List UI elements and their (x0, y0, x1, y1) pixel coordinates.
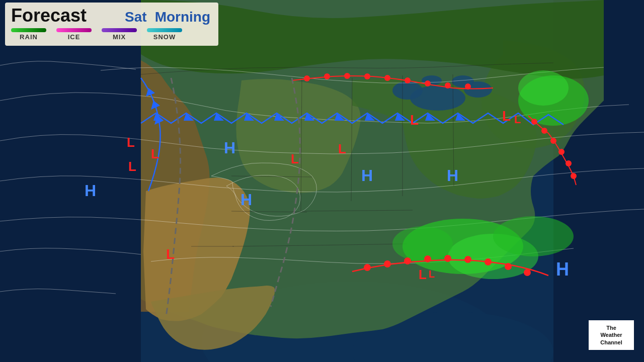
ice-bar (56, 28, 92, 32)
svg-point-52 (425, 80, 431, 86)
svg-text:L: L (429, 268, 435, 280)
ice-label: ICE (68, 33, 80, 41)
morning-label: Morning (155, 9, 210, 25)
svg-text:H: H (224, 139, 235, 157)
svg-point-57 (550, 138, 556, 144)
svg-point-56 (541, 128, 547, 134)
snow-bar (147, 28, 182, 32)
svg-point-6 (392, 81, 423, 100)
svg-point-47 (324, 73, 330, 79)
svg-text:L: L (291, 151, 299, 166)
legend-item-rain: RAIN (11, 28, 46, 41)
svg-point-48 (344, 73, 350, 79)
svg-text:L: L (127, 135, 135, 150)
svg-point-43 (485, 258, 492, 265)
svg-point-25 (392, 226, 453, 261)
sat-label: Sat (125, 9, 147, 25)
mix-bar (102, 28, 137, 32)
twc-logo-text: The Weather Channel (594, 324, 629, 346)
svg-point-40 (424, 255, 431, 262)
svg-text:L: L (338, 141, 346, 156)
svg-point-41 (444, 255, 451, 262)
weather-map: H H H H H H L L L L L L L L L L L (0, 0, 644, 362)
svg-text:L: L (410, 112, 419, 128)
svg-point-53 (445, 82, 451, 88)
rain-bar (11, 28, 46, 32)
svg-point-54 (465, 83, 471, 89)
legend-item-snow: SNOW (147, 28, 182, 41)
svg-point-59 (566, 160, 572, 166)
rain-label: RAIN (20, 33, 38, 41)
svg-text:L: L (419, 267, 427, 282)
svg-point-24 (518, 70, 569, 106)
snow-label: SNOW (153, 33, 176, 41)
svg-point-55 (531, 119, 537, 125)
svg-point-39 (404, 257, 411, 264)
svg-text:L: L (502, 108, 511, 124)
svg-point-50 (384, 75, 390, 81)
twc-logo: The Weather Channel (589, 320, 634, 350)
svg-point-58 (558, 149, 565, 155)
svg-text:L: L (514, 113, 521, 126)
svg-text:H: H (556, 259, 569, 280)
svg-text:L: L (128, 159, 136, 174)
svg-rect-1 (0, 0, 141, 362)
svg-point-37 (364, 264, 371, 271)
svg-point-60 (571, 173, 577, 179)
svg-text:L: L (151, 146, 159, 161)
svg-point-42 (464, 256, 471, 263)
svg-point-44 (505, 263, 512, 270)
legend-items: RAIN ICE MIX SNOW (11, 28, 210, 41)
svg-text:H: H (85, 182, 96, 200)
svg-point-46 (304, 75, 310, 81)
map-container: H H H H H H L L L L L L L L L L L Foreca… (0, 0, 644, 362)
svg-text:H: H (240, 191, 252, 209)
svg-point-22 (493, 216, 574, 256)
svg-text:L: L (166, 246, 175, 262)
legend-item-ice: ICE (56, 28, 92, 41)
svg-point-49 (364, 73, 370, 79)
legend-title-row: Forecast Sat Morning (11, 7, 210, 25)
svg-point-45 (524, 269, 531, 276)
svg-point-38 (384, 260, 391, 267)
legend: Forecast Sat Morning RAIN ICE MIX SNOW (5, 3, 218, 46)
svg-point-51 (405, 77, 411, 83)
forecast-title: Forecast (11, 7, 87, 25)
legend-item-mix: MIX (102, 28, 137, 41)
mix-label: MIX (113, 33, 126, 41)
svg-text:H: H (447, 166, 458, 185)
svg-text:H: H (361, 166, 373, 185)
